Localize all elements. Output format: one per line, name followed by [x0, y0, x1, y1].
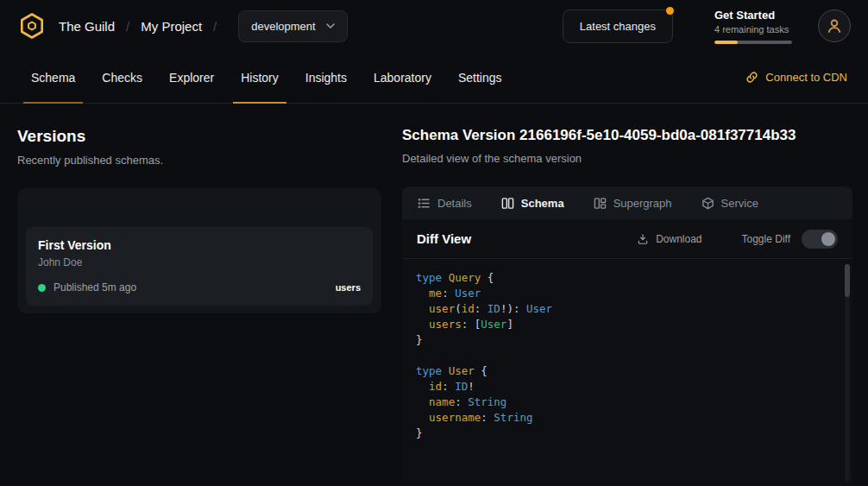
tab-service[interactable]: Service [701, 197, 758, 210]
download-label: Download [656, 233, 701, 245]
versions-subtitle: Recently published schemas. [17, 154, 381, 167]
scrollbar-thumb[interactable] [845, 264, 850, 297]
main-content: Versions Recently published schemas. Fir… [0, 104, 868, 485]
latest-changes-button[interactable]: Latest changes [563, 9, 673, 43]
version-name: First Version [38, 238, 361, 252]
code-line: } [416, 332, 833, 348]
breadcrumb-org[interactable]: The Guild [59, 19, 115, 34]
tab-schema-view[interactable]: Schema [501, 197, 564, 210]
person-icon [827, 18, 842, 34]
get-started-progress-fill [714, 41, 738, 44]
tab-laboratory[interactable]: Laboratory [374, 52, 431, 103]
version-status-text: Published 5m ago [53, 281, 136, 293]
toggle-diff-label: Toggle Diff [742, 233, 790, 245]
code-line: me: User [416, 286, 833, 301]
get-started-progress-track [714, 41, 792, 44]
tab-schema-view-label: Schema [521, 197, 564, 210]
tab-settings[interactable]: Settings [458, 52, 502, 103]
toggle-diff-switch[interactable] [802, 230, 838, 249]
diff-view-title: Diff View [417, 231, 471, 246]
versions-card: First Version John Doe Published 5m ago … [17, 188, 381, 313]
code-line: type User { [416, 363, 833, 379]
version-author: John Doe [38, 256, 361, 268]
schema-version-title: Schema Version 2166196f-5e10-4059-bd0a-0… [402, 127, 852, 144]
notification-dot [666, 7, 674, 15]
tab-explorer[interactable]: Explorer [169, 52, 214, 103]
version-detail-tab-bar: Details Schema Supergraph [402, 186, 852, 219]
code-line: user(id: ID!): User [416, 301, 833, 317]
schema-version-subtitle: Detailed view of the schema version [402, 152, 852, 165]
environment-label: development [251, 20, 315, 33]
code-line: } [416, 426, 833, 441]
get-started-widget[interactable]: Get Started 4 remaining tasks [714, 9, 796, 44]
breadcrumb-project[interactable]: My Project [141, 19, 202, 34]
user-avatar[interactable] [818, 9, 851, 42]
vertical-scrollbar[interactable] [845, 264, 850, 482]
version-status-row: Published 5m ago users [38, 281, 361, 293]
schema-version-section: Schema Version 2166196f-5e10-4059-bd0a-0… [402, 104, 852, 485]
version-service-badge: users [336, 282, 361, 293]
tab-history[interactable]: History [241, 52, 279, 103]
tab-checks[interactable]: Checks [102, 52, 142, 103]
download-icon [637, 233, 649, 245]
versions-title: Versions [17, 127, 381, 146]
download-button[interactable]: Download [637, 233, 701, 245]
tab-details[interactable]: Details [418, 197, 472, 210]
tab-schema[interactable]: Schema [31, 52, 75, 103]
version-list-item[interactable]: First Version John Doe Published 5m ago … [26, 227, 373, 306]
versions-section: Versions Recently published schemas. Fir… [17, 104, 381, 485]
toggle-knob [821, 232, 835, 246]
hive-logo[interactable] [17, 11, 47, 41]
code-line: id: ID! [416, 379, 833, 394]
latest-changes-label: Latest changes [580, 20, 656, 33]
top-bar: The Guild / My Project / development Lat… [0, 0, 868, 52]
chevron-down-icon [326, 23, 335, 28]
code-block: type Query { me: User user(id: ID!): Use… [416, 270, 833, 441]
code-line: users: [User] [416, 317, 833, 332]
get-started-subtitle: 4 remaining tasks [714, 24, 796, 35]
code-line: name: String [416, 394, 833, 410]
breadcrumb-separator: / [126, 19, 129, 34]
code-line: type Query { [416, 270, 833, 286]
get-started-title: Get Started [714, 9, 796, 22]
tab-insights[interactable]: Insights [305, 52, 347, 103]
tab-supergraph-label: Supergraph [613, 197, 672, 210]
list-icon [418, 197, 431, 210]
schema-version-panel: Details Schema Supergraph [402, 186, 852, 485]
published-status-dot [38, 284, 46, 292]
breadcrumb-separator: / [213, 19, 217, 34]
columns-icon [501, 197, 514, 210]
code-line: username: String [416, 410, 833, 426]
diff-view-header: Diff View Download Toggle Diff [402, 219, 852, 259]
tab-details-label: Details [437, 197, 472, 210]
link-icon [745, 71, 758, 84]
hive-logo-icon [18, 12, 46, 40]
connect-to-cdn-button[interactable]: Connect to CDN [745, 71, 847, 84]
schema-code-viewer[interactable]: type Query { me: User user(id: ID!): Use… [402, 259, 852, 485]
environment-selector[interactable]: development [238, 10, 347, 42]
project-tab-bar: Schema Checks Explorer History Insights … [0, 52, 868, 104]
tab-supergraph[interactable]: Supergraph [594, 197, 672, 210]
tab-service-label: Service [721, 197, 758, 210]
grid-icon [594, 197, 607, 210]
connect-to-cdn-label: Connect to CDN [765, 71, 847, 84]
cube-icon [701, 197, 714, 210]
code-line [416, 348, 833, 363]
